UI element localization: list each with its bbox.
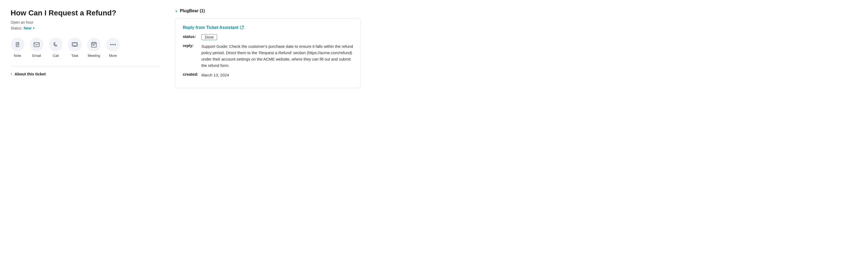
task-label: Task (71, 54, 79, 58)
done-badge: Done (202, 34, 217, 40)
status-label: Status: (10, 26, 22, 30)
svg-point-11 (111, 44, 112, 45)
svg-point-13 (115, 44, 116, 45)
more-label: More (109, 54, 117, 58)
call-button[interactable]: Call (49, 38, 63, 58)
call-label: Call (53, 54, 59, 58)
reply-field-row: reply: Support Guide: Check the customer… (183, 43, 353, 69)
email-icon-circle (30, 38, 43, 52)
call-icon-circle (49, 38, 63, 52)
action-buttons: Note Email Call (10, 38, 159, 58)
created-field-value: March 13, 2024 (202, 72, 229, 78)
svg-point-12 (113, 44, 114, 45)
status-field-label: status: (183, 34, 199, 39)
about-section[interactable]: › About this ticket (10, 72, 159, 76)
reply-card-title-text: Reply from Ticket Assistant (183, 25, 239, 30)
reply-field-label: reply: (183, 43, 199, 48)
more-icon (110, 44, 116, 46)
reply-field-value: Support Guide: Check the customer's purc… (202, 43, 353, 69)
status-field-row: status: Done (183, 34, 353, 40)
note-button[interactable]: Note (10, 38, 24, 58)
more-icon-circle (106, 38, 120, 52)
about-chevron-icon: › (10, 72, 12, 76)
ticket-title: How Can I Request a Refund? (10, 8, 159, 18)
svg-rect-2 (73, 43, 77, 46)
email-icon (34, 42, 39, 47)
more-button[interactable]: More (106, 38, 120, 58)
email-button[interactable]: Email (30, 38, 43, 58)
divider (10, 66, 159, 66)
meeting-button[interactable]: Meeting (87, 38, 101, 58)
left-panel: How Can I Request a Refund? Open an hour… (10, 8, 159, 88)
task-icon-circle (68, 38, 82, 52)
created-field-row: created: March 13, 2024 (183, 72, 353, 78)
svg-rect-9 (93, 45, 93, 46)
plugbear-section-title: PlugBear (1) (180, 8, 205, 13)
created-field-label: created: (183, 72, 199, 77)
right-panel: ∨ PlugBear (1) Reply from Ticket Assista… (175, 8, 361, 88)
open-duration: Open an hour (10, 20, 159, 24)
task-button[interactable]: Task (68, 38, 82, 58)
status-dropdown-icon[interactable]: ▾ (33, 26, 34, 30)
svg-rect-0 (34, 43, 39, 47)
task-icon (72, 42, 78, 47)
meeting-icon (91, 42, 97, 48)
note-icon-circle (10, 38, 24, 52)
status-value[interactable]: New (24, 26, 32, 30)
note-icon (15, 42, 20, 47)
plugbear-chevron-icon[interactable]: ∨ (175, 9, 178, 13)
plugbear-header: ∨ PlugBear (1) (175, 8, 361, 13)
email-label: Email (32, 54, 41, 58)
meeting-icon-circle (87, 38, 101, 52)
reply-card-title-row: Reply from Ticket Assistant (183, 25, 353, 30)
meeting-label: Meeting (88, 54, 100, 58)
note-label: Note (14, 54, 21, 58)
reply-card: Reply from Ticket Assistant status: Done… (175, 19, 361, 88)
call-icon (53, 42, 58, 47)
about-title: About this ticket (14, 72, 46, 76)
status-row: Status: New ▾ (10, 26, 159, 30)
external-link-icon[interactable] (240, 26, 244, 30)
svg-rect-10 (94, 45, 94, 46)
